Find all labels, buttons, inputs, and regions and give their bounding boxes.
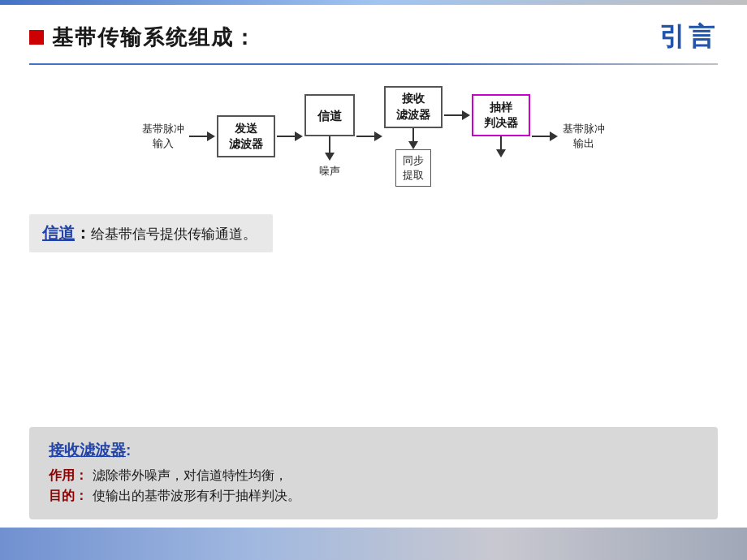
- arrow-4: [444, 110, 470, 120]
- input-label: 基带脉冲输入: [142, 122, 184, 151]
- diagram-flow: 基带脉冲输入 发送 滤波器 信道: [142, 86, 605, 187]
- bottom-row-1: 作用： 滤除带外噪声，对信道特性均衡，: [49, 467, 698, 485]
- sync-up-arrow: [496, 136, 506, 157]
- arrow-3: [356, 131, 382, 141]
- noise-arrow-head: [325, 153, 335, 161]
- block-decision: 抽样判决器: [472, 94, 530, 136]
- receive-filter-group: 接收滤波器 同步提取: [384, 86, 443, 187]
- page-title: 基带传输系统组成：: [52, 24, 257, 52]
- arrow-1: [189, 131, 215, 141]
- arrow-5: [532, 131, 558, 141]
- bottom-row-2: 目的： 使输出的基带波形有利于抽样判决。: [49, 488, 698, 505]
- title-bullet-icon: [29, 30, 44, 45]
- bottom-accent-bar: [0, 528, 747, 560]
- block-transmit-filter: 发送 滤波器: [217, 115, 275, 157]
- sync-box: 同步提取: [395, 149, 431, 187]
- sync-down-arrow: [408, 128, 418, 149]
- block-receive-filter: 接收滤波器: [384, 86, 443, 128]
- channel-info-box: 信道：给基带信号提供传输通道。: [29, 214, 273, 252]
- purpose-text: 滤除带外噪声，对信道特性均衡，: [93, 467, 287, 485]
- bottom-title-text: 接收滤波器: [49, 442, 126, 459]
- goal-text: 使输出的基带波形有利于抽样判决。: [93, 488, 300, 505]
- channel-group: 信道 噪声: [304, 94, 355, 179]
- title-divider: [29, 63, 718, 65]
- sync-arrow-head: [408, 141, 418, 149]
- arrow-4-group: [443, 110, 472, 162]
- purpose-label: 作用：: [49, 467, 88, 485]
- channel-info-label: 信道: [42, 224, 75, 242]
- arrow-2: [277, 131, 303, 141]
- noise-label: 噪声: [319, 164, 340, 179]
- title-row: 基带传输系统组成： 引言: [29, 19, 718, 55]
- channel-info-desc: 给基带信号提供传输通道。: [91, 226, 257, 242]
- bottom-title: 接收滤波器:: [49, 440, 698, 461]
- bottom-info-box: 接收滤波器: 作用： 滤除带外噪声，对信道特性均衡， 目的： 使输出的基带波形有…: [29, 427, 718, 519]
- noise-arrow: [325, 136, 335, 153]
- output-label: 基带脉冲输出: [563, 122, 605, 151]
- noise-arrow-line: [329, 136, 330, 153]
- section-label: 引言: [659, 19, 718, 55]
- decision-group: 抽样判决器: [472, 94, 530, 179]
- block-channel: 信道: [304, 94, 355, 136]
- goal-label: 目的：: [49, 488, 88, 505]
- title-left: 基带传输系统组成：: [29, 24, 257, 52]
- channel-info-colon: ：: [75, 224, 91, 242]
- block-diagram: 基带脉冲输入 发送 滤波器 信道: [29, 80, 718, 211]
